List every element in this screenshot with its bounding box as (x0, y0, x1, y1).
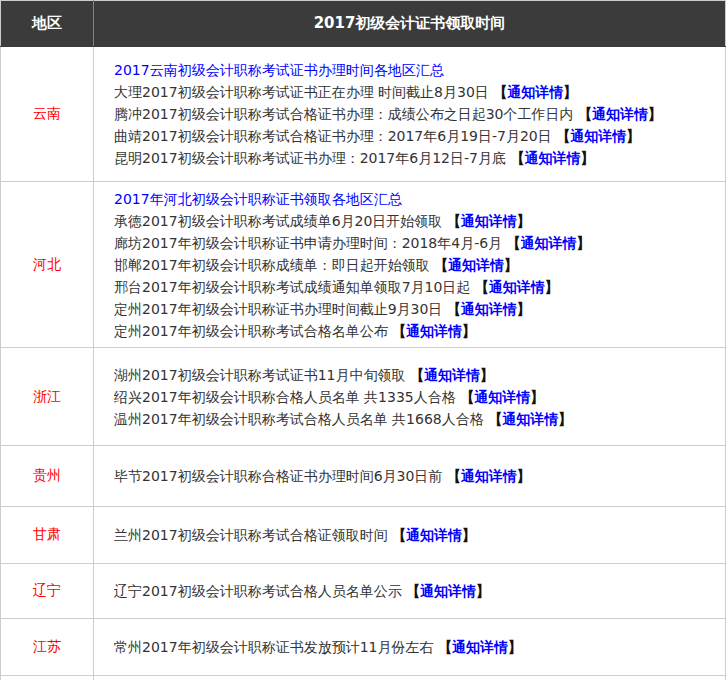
notice-line: 昆明2017初级会计职称考试证书办理：2017年6月12日-7月底 【通知详情】 (114, 147, 717, 169)
table-title: 2017初级会计证书领取时间 (94, 1, 726, 47)
line-text: 定州2017年初级会计职称证书办理时间截止9月30日 (114, 301, 447, 317)
line-text: 毕节2017初级会计职称合格证书办理时间6月30日前 (114, 468, 447, 484)
notice-line: 邯郸2017年初级会计职称成绩单：即日起开始领取 【通知详情】 (114, 254, 717, 276)
notice-detail-link[interactable]: 通知详情 (424, 367, 480, 383)
bracket-close: 】 (517, 468, 531, 484)
bracket-open: 【 (556, 128, 570, 144)
notice-line: 腾冲2017初级会计职称考试合格证书办理：成绩公布之日起30个工作日内 【通知详… (114, 103, 717, 125)
line-text: 定州2017年初级会计职称考试合格名单公布 (114, 323, 392, 339)
bracket-open: 【 (460, 389, 474, 405)
summary-link[interactable]: 2017年河北初级会计职称证书领取各地区汇总 (114, 191, 402, 207)
bracket-close: 】 (558, 411, 572, 427)
region-label: 辽宁 (1, 564, 94, 619)
notice-detail-link[interactable]: 通知详情 (524, 150, 580, 166)
certificate-collection-page: 地区 2017初级会计证书领取时间 云南 2017云南初级会计职称考试证书办理时… (0, 0, 726, 680)
notice-line: 曲靖2017初级会计职称考试合格证书办理：2017年6月19日-7月20日 【通… (114, 125, 717, 147)
row-content: 湖州2017初级会计职称考试证书11月中旬领取 【通知详情】绍兴2017年初级会… (94, 348, 726, 446)
notice-detail-link[interactable]: 通知详情 (452, 639, 508, 655)
bracket-open: 【 (392, 527, 406, 543)
notice-line: 毕节2017初级会计职称合格证书办理时间6月30日前 【通知详情】 (114, 465, 717, 487)
bracket-close: 】 (462, 323, 476, 339)
table-header-row: 地区 2017初级会计证书领取时间 (1, 1, 726, 47)
region-label: 河北 (1, 182, 94, 348)
bracket-open: 【 (488, 411, 502, 427)
line-text: 腾冲2017初级会计职称考试合格证书办理：成绩公布之日起30个工作日内 (114, 106, 578, 122)
bracket-open: 【 (434, 257, 448, 273)
bracket-close: 】 (508, 639, 522, 655)
notice-line: 定州2017年初级会计职称证书办理时间截止9月30日 【通知详情】 (114, 298, 717, 320)
notice-detail-link[interactable]: 通知详情 (474, 389, 530, 405)
bracket-open: 【 (475, 279, 489, 295)
notice-line: 绍兴2017年初级会计职称合格人员名单 共1335人合格 【通知详情】 (114, 386, 717, 408)
bracket-open: 【 (578, 106, 592, 122)
table-row: 辽宁 辽宁2017初级会计职称考试合格人员名单公示 【通知详情】 (1, 564, 726, 619)
region-label: 江苏 (1, 619, 94, 676)
line-text: 邢台2017年初级会计职称考试成绩通知单领取7月10日起 (114, 279, 475, 295)
row-content (94, 676, 726, 680)
region-label: 甘肃 (1, 507, 94, 564)
notice-detail-link[interactable]: 通知详情 (592, 106, 648, 122)
notice-detail-link[interactable]: 通知详情 (502, 411, 558, 427)
notice-line: 常州2017年初级会计职称证书发放预计11月份左右 【通知详情】 (114, 636, 717, 658)
summary-link[interactable]: 2017云南初级会计职称考试证书办理时间各地区汇总 (114, 62, 444, 78)
bracket-close: 】 (480, 367, 494, 383)
row-content: 毕节2017初级会计职称合格证书办理时间6月30日前 【通知详情】 (94, 446, 726, 507)
notice-detail-link[interactable]: 通知详情 (448, 257, 504, 273)
notice-detail-link[interactable]: 通知详情 (507, 84, 563, 100)
table-row: 浙江 湖州2017初级会计职称考试证书11月中旬领取 【通知详情】绍兴2017年… (1, 348, 726, 446)
notice-line: 大理2017初级会计职称考试证书正在办理 时间截止8月30日 【通知详情】 (114, 81, 717, 103)
line-text: 承德2017初级会计职称考试成绩单6月20日开始领取 (114, 213, 447, 229)
notice-detail-link[interactable]: 通知详情 (489, 279, 545, 295)
region-label: 贵州 (1, 446, 94, 507)
bracket-close: 】 (462, 527, 476, 543)
bracket-open: 【 (510, 150, 524, 166)
notice-detail-link[interactable]: 通知详情 (570, 128, 626, 144)
certificate-table: 地区 2017初级会计证书领取时间 云南 2017云南初级会计职称考试证书办理时… (0, 0, 726, 680)
row-content: 辽宁2017初级会计职称考试合格人员名单公示 【通知详情】 (94, 564, 726, 619)
row-content: 2017云南初级会计职称考试证书办理时间各地区汇总大理2017初级会计职称考试证… (94, 47, 726, 182)
row-content: 2017年河北初级会计职称证书领取各地区汇总承德2017初级会计职称考试成绩单6… (94, 182, 726, 348)
notice-line: 邢台2017年初级会计职称考试成绩通知单领取7月10日起 【通知详情】 (114, 276, 717, 298)
line-text: 廊坊2017年初级会计职称证书申请办理时间：2018年4月-6月 (114, 235, 507, 251)
notice-line: 辽宁2017初级会计职称考试合格人员名单公示 【通知详情】 (114, 580, 717, 602)
region-label: 浙江 (1, 348, 94, 446)
notice-line: 湖州2017初级会计职称考试证书11月中旬领取 【通知详情】 (114, 364, 717, 386)
table-row-partial (1, 676, 726, 680)
region-label (1, 676, 94, 680)
line-text: 温州2017年初级会计职称考试合格人员名单 共1668人合格 (114, 411, 488, 427)
line-text: 曲靖2017初级会计职称考试合格证书办理：2017年6月19日-7月20日 (114, 128, 556, 144)
table-row: 贵州 毕节2017初级会计职称合格证书办理时间6月30日前 【通知详情】 (1, 446, 726, 507)
notice-detail-link[interactable]: 通知详情 (406, 323, 462, 339)
bracket-close: 】 (577, 235, 591, 251)
table-row: 河北 2017年河北初级会计职称证书领取各地区汇总承德2017初级会计职称考试成… (1, 182, 726, 348)
bracket-close: 】 (545, 279, 559, 295)
bracket-open: 【 (507, 235, 521, 251)
bracket-close: 】 (530, 389, 544, 405)
line-text: 辽宁2017初级会计职称考试合格人员名单公示 (114, 583, 406, 599)
notice-detail-link[interactable]: 通知详情 (420, 583, 476, 599)
line-text: 大理2017初级会计职称考试证书正在办理 时间截止8月30日 (114, 84, 493, 100)
row-content: 兰州2017初级会计职称考试合格证领取时间 【通知详情】 (94, 507, 726, 564)
bracket-close: 】 (580, 150, 594, 166)
notice-detail-link[interactable]: 通知详情 (461, 301, 517, 317)
line-text: 湖州2017初级会计职称考试证书11月中旬领取 (114, 367, 410, 383)
line-text: 邯郸2017年初级会计职称成绩单：即日起开始领取 (114, 257, 434, 273)
notice-detail-link[interactable]: 通知详情 (461, 468, 517, 484)
table-row: 甘肃 兰州2017初级会计职称考试合格证领取时间 【通知详情】 (1, 507, 726, 564)
table-row: 云南 2017云南初级会计职称考试证书办理时间各地区汇总大理2017初级会计职称… (1, 47, 726, 182)
notice-detail-link[interactable]: 通知详情 (461, 213, 517, 229)
bracket-close: 】 (563, 84, 577, 100)
bracket-close: 】 (476, 583, 490, 599)
notice-line: 廊坊2017年初级会计职称证书申请办理时间：2018年4月-6月 【通知详情】 (114, 232, 717, 254)
bracket-open: 【 (406, 583, 420, 599)
bracket-open: 【 (392, 323, 406, 339)
region-column-header: 地区 (1, 1, 94, 47)
notice-detail-link[interactable]: 通知详情 (406, 527, 462, 543)
notice-detail-link[interactable]: 通知详情 (521, 235, 577, 251)
bracket-close: 】 (504, 257, 518, 273)
line-text: 绍兴2017年初级会计职称合格人员名单 共1335人合格 (114, 389, 460, 405)
notice-line: 定州2017年初级会计职称考试合格名单公布 【通知详情】 (114, 320, 717, 342)
bracket-close: 】 (517, 301, 531, 317)
bracket-close: 】 (648, 106, 662, 122)
line-text: 昆明2017初级会计职称考试证书办理：2017年6月12日-7月底 (114, 150, 510, 166)
